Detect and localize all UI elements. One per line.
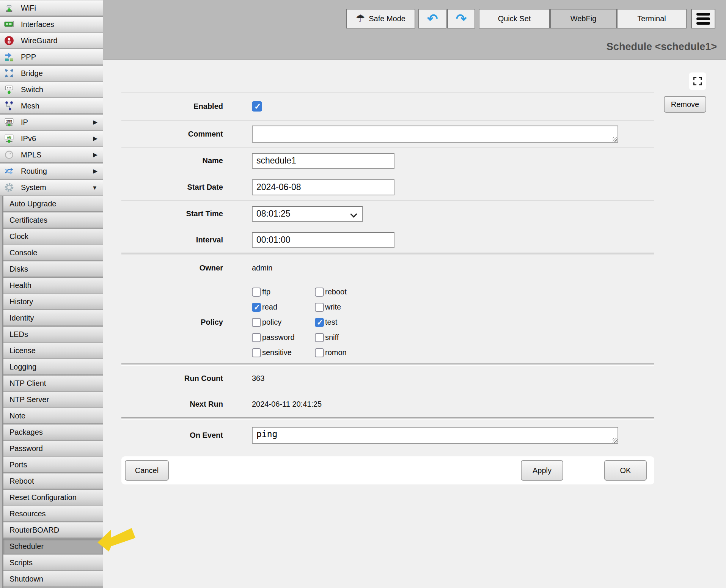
webfig-tab[interactable]: WebFig bbox=[550, 9, 617, 28]
policy-checkbox[interactable] bbox=[252, 288, 261, 297]
sidebar-item-ip[interactable]: 255 IP ▶ bbox=[0, 114, 103, 130]
policy-option-label: test bbox=[325, 318, 337, 327]
fullscreen-button[interactable] bbox=[689, 72, 706, 90]
policy-option: policy bbox=[252, 318, 315, 327]
sidebar-submenu-item[interactable]: Console bbox=[3, 245, 103, 261]
enabled-row: Enabled bbox=[121, 93, 654, 120]
sidebar-submenu-item[interactable]: Certificates bbox=[3, 212, 103, 228]
sidebar-submenu-item[interactable]: Note bbox=[3, 408, 103, 424]
comment-row: Comment bbox=[121, 120, 654, 147]
menu-button[interactable] bbox=[691, 9, 715, 28]
interfaces-icon bbox=[4, 19, 14, 30]
sidebar-submenu-item[interactable]: Ports bbox=[3, 457, 103, 473]
undo-arrow-icon: ↶ bbox=[427, 12, 438, 25]
sidebar-item-mesh[interactable]: Mesh bbox=[0, 98, 103, 114]
on-event-textarea[interactable]: ping bbox=[252, 427, 618, 444]
sidebar-submenu-item[interactable]: NTP Client bbox=[3, 375, 103, 391]
policy-option: password bbox=[252, 333, 315, 342]
sidebar-submenu-item[interactable]: LEDs bbox=[3, 326, 103, 342]
policy-checkbox[interactable] bbox=[252, 333, 261, 342]
sidebar-item-wireguard[interactable]: WireGuard bbox=[0, 33, 103, 49]
sidebar-item-routing[interactable]: Routing ▶ bbox=[0, 163, 103, 179]
policy-checkbox[interactable] bbox=[252, 348, 261, 357]
terminal-tab[interactable]: Terminal bbox=[617, 9, 687, 28]
bridge-icon bbox=[4, 68, 14, 79]
on-event-label: On Event bbox=[121, 431, 223, 440]
sidebar-submenu-item[interactable]: Clock bbox=[3, 228, 103, 244]
policy-option-label: sensitive bbox=[262, 348, 292, 357]
system-submenu: Auto Upgrade Certificates Clock Console … bbox=[2, 196, 103, 588]
start-date-input[interactable] bbox=[252, 179, 394, 195]
sidebar-submenu-item[interactable]: Shutdown bbox=[3, 571, 103, 587]
policy-checkbox[interactable] bbox=[315, 318, 324, 327]
policy-checkbox[interactable] bbox=[315, 288, 324, 297]
sidebar-submenu-item[interactable]: Resources bbox=[3, 506, 103, 522]
undo-button[interactable]: ↶ bbox=[418, 9, 446, 28]
on-event-row: On Event ping bbox=[121, 420, 654, 451]
ip-icon: 255 bbox=[4, 117, 14, 127]
policy-option: write bbox=[315, 303, 398, 312]
sidebar-submenu-item[interactable]: Scheduler bbox=[3, 538, 103, 554]
policy-checkbox[interactable] bbox=[315, 333, 324, 342]
comment-textarea[interactable] bbox=[252, 126, 618, 143]
sidebar-item-wifi[interactable]: WiFi bbox=[0, 0, 103, 16]
policy-option: read bbox=[252, 303, 315, 312]
submenu-expanded-arrow: ▼ bbox=[92, 184, 100, 191]
policy-checkbox[interactable] bbox=[252, 318, 261, 327]
cancel-button[interactable]: Cancel bbox=[125, 460, 169, 481]
sidebar-item-ipv6[interactable]: v6 IPv6 ▶ bbox=[0, 130, 103, 146]
policy-row: Policy ftp reboot read bbox=[121, 281, 654, 363]
sidebar-submenu-item[interactable]: Disks bbox=[3, 261, 103, 277]
sidebar-submenu-item[interactable]: Auto Upgrade bbox=[3, 196, 103, 212]
sidebar-submenu-item[interactable]: Scripts bbox=[3, 555, 103, 571]
comment-label: Comment bbox=[121, 130, 223, 138]
sidebar: WiFi Interfaces WireGuard PPP Bridge Swi… bbox=[0, 0, 103, 588]
enabled-checkbox[interactable] bbox=[252, 101, 262, 112]
sidebar-submenu-item[interactable]: Reboot bbox=[3, 473, 103, 489]
sidebar-submenu-item[interactable]: Health bbox=[3, 277, 103, 293]
start-time-value: 08:01:25 bbox=[256, 209, 291, 219]
sidebar-item-interfaces[interactable]: Interfaces bbox=[0, 16, 103, 32]
umbrella-icon: ☂ bbox=[356, 14, 365, 24]
policy-options: ftp reboot read write bbox=[252, 288, 398, 357]
sidebar-submenu-item[interactable]: License bbox=[3, 343, 103, 358]
interval-input[interactable] bbox=[252, 232, 394, 248]
apply-button[interactable]: Apply bbox=[521, 460, 563, 481]
sidebar-submenu-item[interactable]: Packages bbox=[3, 424, 103, 440]
sidebar-item-system[interactable]: System ▼ bbox=[0, 179, 103, 195]
safe-mode-button[interactable]: ☂ Safe Mode bbox=[346, 9, 415, 28]
wifi-icon bbox=[4, 3, 14, 13]
sidebar-item-mpls[interactable]: MPLS ▶ bbox=[0, 147, 103, 163]
policy-checkbox[interactable] bbox=[252, 303, 261, 312]
ok-button[interactable]: OK bbox=[604, 460, 647, 481]
start-time-select[interactable]: 08:01:25 bbox=[252, 206, 363, 222]
name-input[interactable] bbox=[252, 153, 394, 169]
policy-option: romon bbox=[315, 348, 398, 357]
interval-label: Interval bbox=[121, 236, 223, 244]
policy-checkbox[interactable] bbox=[315, 303, 324, 312]
sidebar-item-switch[interactable]: Switch bbox=[0, 82, 103, 97]
sidebar-submenu-item[interactable]: Logging bbox=[3, 359, 103, 375]
policy-option: sensitive bbox=[252, 348, 315, 357]
mpls-icon bbox=[4, 149, 14, 160]
policy-option: test bbox=[315, 318, 398, 327]
quick-set-button[interactable]: Quick Set bbox=[479, 9, 550, 28]
policy-option-label: password bbox=[262, 333, 295, 342]
owner-value: admin bbox=[252, 264, 272, 272]
sidebar-item-ppp[interactable]: PPP bbox=[0, 49, 103, 65]
remove-button[interactable]: Remove bbox=[664, 96, 706, 113]
sidebar-submenu-item[interactable]: RouterBOARD bbox=[3, 522, 103, 538]
sidebar-submenu-item[interactable]: Identity bbox=[3, 310, 103, 326]
redo-button[interactable]: ↷ bbox=[447, 9, 475, 28]
policy-option: sniff bbox=[315, 333, 398, 342]
svg-text:v6: v6 bbox=[7, 135, 11, 140]
sidebar-item-bridge[interactable]: Bridge bbox=[0, 65, 103, 81]
safe-mode-label: Safe Mode bbox=[369, 14, 405, 23]
policy-checkbox[interactable] bbox=[315, 348, 324, 357]
sidebar-submenu-item[interactable]: History bbox=[3, 294, 103, 310]
policy-option-label: reboot bbox=[325, 288, 347, 296]
sidebar-submenu-item[interactable]: Password bbox=[3, 440, 103, 456]
sidebar-submenu-item[interactable]: NTP Server bbox=[3, 391, 103, 407]
sidebar-submenu-item[interactable]: Reset Configuration bbox=[3, 489, 103, 505]
header-band: ☂ Safe Mode ↶ ↷ Quick Set WebFig Termina… bbox=[0, 0, 726, 60]
